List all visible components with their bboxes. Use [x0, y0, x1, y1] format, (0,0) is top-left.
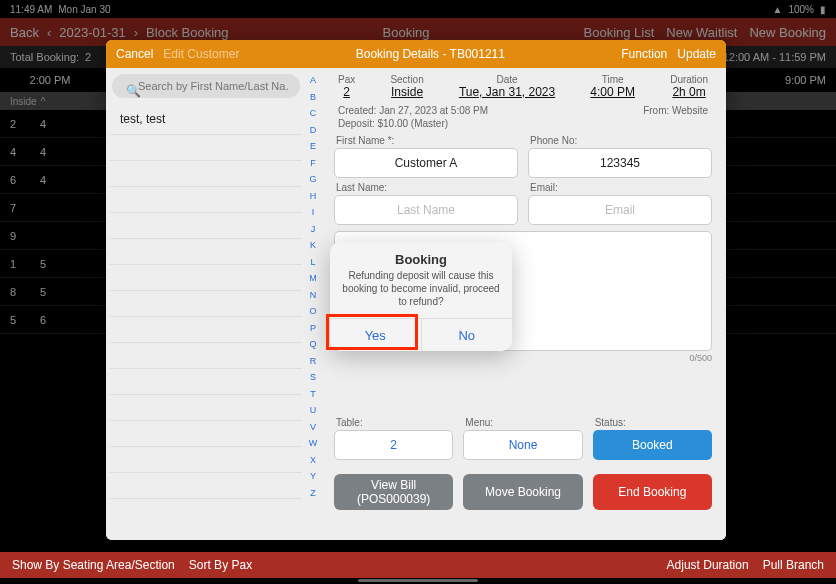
modal-title: Booking Details - TB001211: [239, 47, 621, 61]
pull-branch-button[interactable]: Pull Branch: [763, 558, 824, 572]
end-booking-button[interactable]: End Booking: [593, 474, 712, 510]
date-label: Date: [459, 74, 555, 85]
function-button[interactable]: Function: [621, 47, 667, 61]
email-input[interactable]: Email: [528, 195, 712, 225]
menu-label: Menu:: [465, 417, 582, 428]
update-button[interactable]: Update: [677, 47, 716, 61]
phone-input[interactable]: 123345: [528, 148, 712, 178]
section-label: Section: [390, 74, 423, 85]
move-booking-button[interactable]: Move Booking: [463, 474, 582, 510]
adjust-duration-button[interactable]: Adjust Duration: [667, 558, 749, 572]
notes-counter: 0/500: [334, 353, 712, 363]
alpha-index[interactable]: ABCDEFGHIJKLMNOPQRSTUVWXYZ: [306, 68, 320, 540]
confirm-title: Booking: [330, 242, 512, 269]
home-indicator: [358, 579, 478, 582]
date-value[interactable]: Tue, Jan 31, 2023: [459, 85, 555, 99]
section-value[interactable]: Inside: [390, 85, 423, 99]
time-label: Time: [590, 74, 635, 85]
edit-customer-button[interactable]: Edit Customer: [163, 47, 239, 61]
search-icon: 🔍: [126, 84, 141, 98]
email-label: Email:: [530, 182, 712, 193]
search-result-item[interactable]: test, test: [110, 104, 302, 135]
time-value[interactable]: 4:00 PM: [590, 85, 635, 99]
pax-label: Pax: [338, 74, 355, 85]
show-by-button[interactable]: Show By Seating Area/Section: [12, 558, 175, 572]
confirm-message: Refunding deposit will cause this bookin…: [330, 269, 512, 318]
duration-value[interactable]: 2h 0m: [670, 85, 708, 99]
last-name-input[interactable]: Last Name: [334, 195, 518, 225]
customer-search-panel: 🔍 test, test: [106, 68, 306, 540]
sort-by-button[interactable]: Sort By Pax: [189, 558, 252, 572]
first-name-label: First Name *:: [336, 135, 518, 146]
confirm-no-button[interactable]: No: [422, 319, 513, 351]
deposit-label: Deposit: $10.00 (Master): [338, 118, 448, 129]
view-bill-button[interactable]: View Bill (POS000039): [334, 474, 453, 510]
confirm-dialog: Booking Refunding deposit will cause thi…: [330, 242, 512, 351]
confirm-yes-button[interactable]: Yes: [330, 319, 422, 351]
last-name-label: Last Name:: [336, 182, 518, 193]
from-label: From: Website: [643, 105, 708, 116]
status-label: Status:: [595, 417, 712, 428]
status-badge[interactable]: Booked: [593, 430, 712, 460]
cancel-button[interactable]: Cancel: [116, 47, 153, 61]
phone-label: Phone No:: [530, 135, 712, 146]
menu-select[interactable]: None: [463, 430, 582, 460]
created-label: Created: Jan 27, 2023 at 5:08 PM: [338, 105, 488, 116]
modal-header: Cancel Edit Customer Booking Details - T…: [106, 40, 726, 68]
pax-value[interactable]: 2: [338, 85, 355, 99]
bottom-bar: Show By Seating Area/Section Sort By Pax…: [0, 552, 836, 578]
table-select[interactable]: 2: [334, 430, 453, 460]
result-list: [106, 135, 306, 540]
duration-label: Duration: [670, 74, 708, 85]
table-label: Table:: [336, 417, 453, 428]
first-name-input[interactable]: Customer A: [334, 148, 518, 178]
